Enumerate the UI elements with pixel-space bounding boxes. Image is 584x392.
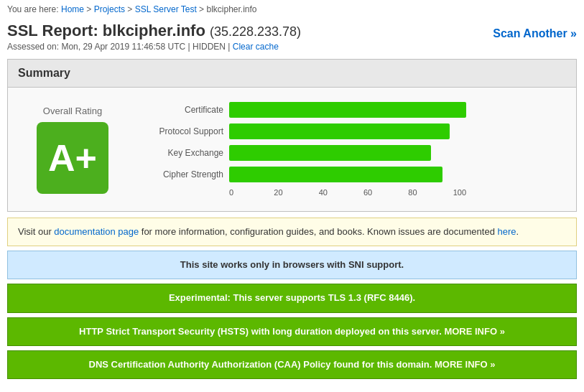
axis-tick: 100 <box>453 188 466 197</box>
you-are-here-label: You are here: <box>7 4 59 14</box>
bar-label: Key Exchange <box>144 148 223 158</box>
banner-sni: This site works only in browsers with SN… <box>7 251 577 279</box>
banner-documentation: Visit our documentation page for more in… <box>7 218 577 246</box>
axis-tick: 20 <box>274 188 318 197</box>
chart-area: CertificateProtocol SupportKey ExchangeC… <box>144 102 569 197</box>
banner-tls13: Experimental: This server supports TLS 1… <box>7 284 577 312</box>
banner-hsts: HTTP Strict Transport Security (HSTS) wi… <box>7 317 577 346</box>
axis-tick: 80 <box>408 188 453 197</box>
axis-tick: 40 <box>319 188 363 197</box>
bar-fill <box>229 145 431 161</box>
bar-fill <box>229 102 466 118</box>
summary-content: Overall Rating A+ CertificateProtocol Su… <box>8 88 576 211</box>
page-title-block: SSL Report: blkcipher.info (35.228.233.7… <box>7 22 493 52</box>
chart-bar-row: Key Exchange <box>144 145 569 161</box>
bar-track <box>229 102 569 118</box>
scan-another-link[interactable]: Scan Another » <box>493 22 577 40</box>
bar-track <box>229 145 569 161</box>
assessed-line: Assessed on: Mon, 29 Apr 2019 11:46:58 U… <box>7 42 493 52</box>
info-section: Visit our documentation page for more in… <box>7 218 577 379</box>
documentation-page-link[interactable]: documentation page <box>54 226 139 237</box>
title-prefix: SSL Report: <box>7 22 98 39</box>
bar-track <box>229 167 569 182</box>
header-area: SSL Report: blkcipher.info (35.228.233.7… <box>0 19 584 53</box>
caa-text: DNS Certification Authority Authorizatio… <box>89 359 435 370</box>
page-title: SSL Report: blkcipher.info (35.228.233.7… <box>7 22 493 40</box>
summary-box: Summary Overall Rating A+ CertificatePro… <box>7 59 577 212</box>
axis-tick: 0 <box>229 188 274 197</box>
sni-text: This site works only in browsers with SN… <box>180 259 404 270</box>
breadcrumb: You are here: Home > Projects > SSL Serv… <box>0 0 584 19</box>
bar-fill <box>229 167 442 182</box>
breadcrumb-current: blkcipher.info <box>206 4 256 14</box>
chart-bar-row: Certificate <box>144 102 569 118</box>
banner-caa: DNS Certification Authority Authorizatio… <box>7 350 577 379</box>
hidden-label: HIDDEN <box>193 42 226 52</box>
caa-more-info-link[interactable]: MORE INFO » <box>435 359 496 370</box>
chart-bar-row: Protocol Support <box>144 123 569 139</box>
chart-bar-row: Cipher Strength <box>144 167 569 182</box>
axis-tick: 60 <box>363 188 408 197</box>
bar-label: Certificate <box>144 105 223 115</box>
grade-box: A+ <box>37 122 108 194</box>
bar-label: Protocol Support <box>144 126 223 136</box>
clear-cache-link[interactable]: Clear cache <box>233 42 279 52</box>
hsts-text: HTTP Strict Transport Security (HSTS) wi… <box>79 326 444 337</box>
assessed-label: Assessed on: <box>7 42 59 52</box>
chart-axis: 020406080100 <box>229 188 466 197</box>
grade-value: A+ <box>48 136 97 179</box>
ip-address: (35.228.233.78) <box>210 24 301 39</box>
bar-track <box>229 123 569 139</box>
breadcrumb-home[interactable]: Home <box>61 4 84 14</box>
rating-block: Overall Rating A+ <box>22 106 123 194</box>
bar-fill <box>229 123 450 139</box>
domain-name: blkcipher.info <box>103 22 205 39</box>
summary-title: Summary <box>8 60 576 88</box>
assessed-date: Mon, 29 Apr 2019 11:46:58 UTC <box>61 42 185 52</box>
breadcrumb-ssl-server-test[interactable]: SSL Server Test <box>135 4 197 14</box>
tls13-text: Experimental: This server supports TLS 1… <box>169 292 415 303</box>
bar-label: Cipher Strength <box>144 169 223 179</box>
overall-rating-label: Overall Rating <box>43 106 102 116</box>
hsts-more-info-link[interactable]: MORE INFO » <box>444 326 505 337</box>
breadcrumb-projects[interactable]: Projects <box>94 4 125 14</box>
known-issues-link[interactable]: here <box>498 226 516 237</box>
